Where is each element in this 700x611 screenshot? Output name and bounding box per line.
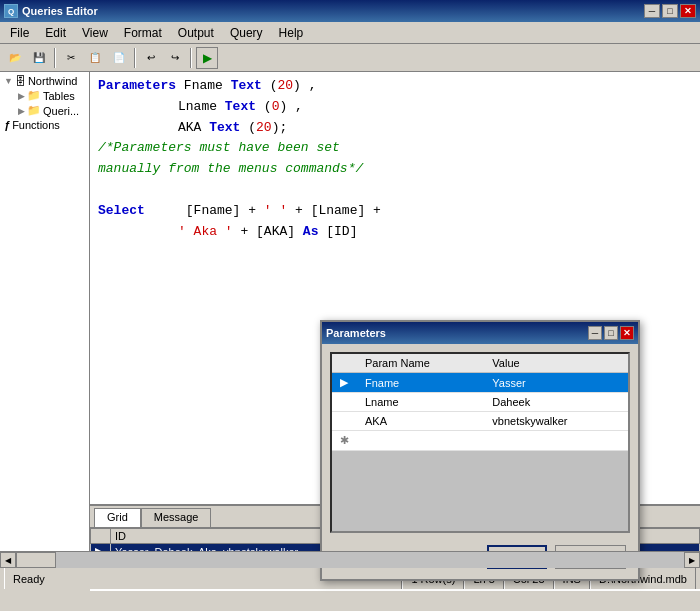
toolbar-save[interactable]: 💾 bbox=[28, 47, 50, 69]
sidebar-label-functions: Functions bbox=[12, 119, 60, 131]
dialog-min-button[interactable]: ─ bbox=[588, 326, 602, 340]
scroll-left[interactable]: ◀ bbox=[0, 552, 16, 568]
menu-edit[interactable]: Edit bbox=[37, 24, 74, 42]
dialog-row-new[interactable]: ✱ bbox=[332, 431, 628, 451]
toolbar: 📂 💾 ✂ 📋 📄 ↩ ↪ ▶ bbox=[0, 44, 700, 72]
menu-file[interactable]: File bbox=[2, 24, 37, 42]
editor-line-select: Select [Fname] + ' ' + [Lname] + bbox=[98, 201, 692, 222]
dialog-close-button[interactable]: ✕ bbox=[620, 326, 634, 340]
toolbar-paste[interactable]: 📄 bbox=[108, 47, 130, 69]
dialog-row-arrow-1: ▶ bbox=[332, 373, 357, 393]
editor-line-3: AKA Text (20); bbox=[98, 118, 692, 139]
dialog-max-button[interactable]: □ bbox=[604, 326, 618, 340]
dialog-new-param[interactable] bbox=[357, 431, 484, 451]
sidebar-label-queries: Queri... bbox=[43, 105, 79, 117]
toolbar-sep2 bbox=[134, 48, 136, 68]
db-icon: 🗄 bbox=[15, 75, 26, 87]
tab-message[interactable]: Message bbox=[141, 508, 212, 527]
close-button[interactable]: ✕ bbox=[680, 4, 696, 18]
maximize-button[interactable]: □ bbox=[662, 4, 678, 18]
toolbar-open[interactable]: 📂 bbox=[4, 47, 26, 69]
menu-view[interactable]: View bbox=[74, 24, 116, 42]
minimize-button[interactable]: ─ bbox=[644, 4, 660, 18]
dialog-row-arrow-2 bbox=[332, 393, 357, 412]
editor-line-2: Lname Text (0) , bbox=[98, 97, 692, 118]
dialog-cell-fname-val[interactable]: Yasser bbox=[484, 373, 628, 393]
editor-line-comment2: manually from the menus commands*/ bbox=[98, 159, 692, 180]
dialog-row-arrow-3 bbox=[332, 412, 357, 431]
window-title: Queries Editor bbox=[22, 5, 98, 17]
toolbar-run[interactable]: ▶ bbox=[196, 47, 218, 69]
toolbar-copy[interactable]: 📋 bbox=[84, 47, 106, 69]
dialog-col-indicator bbox=[332, 354, 357, 373]
tab-grid[interactable]: Grid bbox=[94, 508, 141, 527]
queries-icon: 📁 bbox=[27, 104, 41, 117]
sidebar-label-northwind: Northwind bbox=[28, 75, 78, 87]
dialog-row-lname[interactable]: Lname Daheek bbox=[332, 393, 628, 412]
dialog-title: Parameters bbox=[326, 327, 386, 339]
expand-icon-tables: ▶ bbox=[18, 91, 25, 101]
dialog-col-value: Value bbox=[484, 354, 628, 373]
sidebar-item-tables[interactable]: ▶ 📁 Tables bbox=[2, 88, 87, 103]
menu-format[interactable]: Format bbox=[116, 24, 170, 42]
editor-line-select2: ' Aka ' + [AKA] As [ID] bbox=[98, 222, 692, 243]
menu-query[interactable]: Query bbox=[222, 24, 271, 42]
toolbar-cut[interactable]: ✂ bbox=[60, 47, 82, 69]
dialog-cell-aka-val[interactable]: vbnetskywalker bbox=[484, 412, 628, 431]
dialog-cell-lname[interactable]: Lname bbox=[357, 393, 484, 412]
dialog-row-fname[interactable]: ▶ Fname Yasser bbox=[332, 373, 628, 393]
tables-icon: 📁 bbox=[27, 89, 41, 102]
functions-icon: ƒ bbox=[4, 119, 10, 131]
sidebar-item-functions[interactable]: ƒ Functions bbox=[2, 118, 87, 132]
dialog-cell-lname-val[interactable]: Daheek bbox=[484, 393, 628, 412]
parameters-dialog: Parameters ─ □ ✕ Param Name Value bbox=[320, 320, 640, 581]
title-bar: Q Queries Editor ─ □ ✕ bbox=[0, 0, 700, 22]
expand-icon-queries: ▶ bbox=[18, 106, 25, 116]
sidebar: ▼ 🗄 Northwind ▶ 📁 Tables ▶ 📁 Queri... ƒ … bbox=[0, 72, 90, 589]
scroll-track bbox=[16, 552, 684, 568]
col-indicator bbox=[91, 529, 111, 544]
menu-output[interactable]: Output bbox=[170, 24, 222, 42]
scroll-thumb[interactable] bbox=[16, 552, 56, 568]
toolbar-redo[interactable]: ↪ bbox=[164, 47, 186, 69]
dialog-grid-background bbox=[332, 451, 628, 531]
toolbar-undo[interactable]: ↩ bbox=[140, 47, 162, 69]
dialog-cell-fname[interactable]: Fname bbox=[357, 373, 484, 393]
sidebar-label-tables: Tables bbox=[43, 90, 75, 102]
editor-line-blank bbox=[98, 180, 692, 201]
dialog-cell-aka[interactable]: AKA bbox=[357, 412, 484, 431]
dialog-grid-container: Param Name Value ▶ Fname Yasser bbox=[330, 352, 630, 533]
dialog-col-param-name: Param Name bbox=[357, 354, 484, 373]
menu-bar: File Edit View Format Output Query Help bbox=[0, 22, 700, 44]
toolbar-sep1 bbox=[54, 48, 56, 68]
dialog-titlebar: Parameters ─ □ ✕ bbox=[322, 322, 638, 344]
menu-help[interactable]: Help bbox=[271, 24, 312, 42]
expand-icon: ▼ bbox=[4, 76, 13, 86]
sidebar-item-northwind[interactable]: ▼ 🗄 Northwind bbox=[2, 74, 87, 88]
main-area: ▼ 🗄 Northwind ▶ 📁 Tables ▶ 📁 Queri... ƒ … bbox=[0, 72, 700, 589]
dialog-new-value[interactable] bbox=[484, 431, 628, 451]
dialog-row-aka[interactable]: AKA vbnetskywalker bbox=[332, 412, 628, 431]
dialog-new-row-indicator: ✱ bbox=[332, 431, 357, 451]
scroll-right[interactable]: ▶ bbox=[684, 552, 700, 568]
editor-line-1: Parameters Fname Text (20) , bbox=[98, 76, 692, 97]
horiz-scrollbar[interactable]: ◀ ▶ bbox=[0, 551, 700, 567]
dialog-body: Param Name Value ▶ Fname Yasser bbox=[322, 344, 638, 579]
sidebar-item-queries[interactable]: ▶ 📁 Queri... bbox=[2, 103, 87, 118]
dialog-grid: Param Name Value ▶ Fname Yasser bbox=[332, 354, 628, 451]
app-icon: Q bbox=[4, 4, 18, 18]
editor-line-comment1: /*Parameters must have been set bbox=[98, 138, 692, 159]
toolbar-sep3 bbox=[190, 48, 192, 68]
